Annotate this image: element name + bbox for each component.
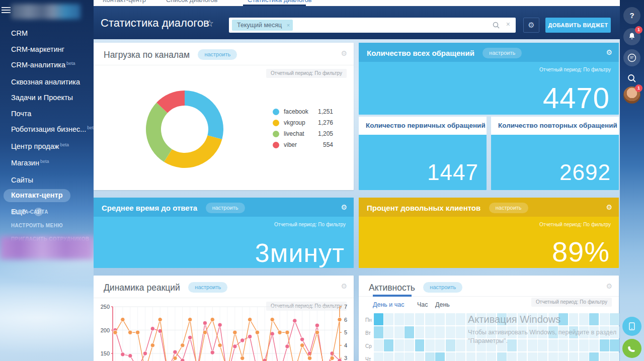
heatmap-cell[interactable] bbox=[487, 339, 496, 351]
tab-contact-center[interactable]: Контакт-центр bbox=[103, 0, 146, 4]
data-point[interactable] bbox=[248, 334, 252, 338]
heatmap-cell[interactable] bbox=[374, 313, 383, 325]
gear-icon[interactable]: ⚙ bbox=[341, 49, 347, 57]
data-point[interactable] bbox=[210, 350, 214, 354]
gear-icon[interactable]: ⚙ bbox=[341, 203, 347, 211]
heatmap-cell[interactable] bbox=[518, 313, 527, 325]
user-avatar[interactable]: 1 bbox=[623, 86, 640, 104]
heatmap-cell[interactable] bbox=[405, 313, 414, 325]
heatmap-cell[interactable] bbox=[548, 326, 558, 338]
heatmap-cell[interactable] bbox=[507, 339, 517, 351]
heatmap-cell[interactable] bbox=[394, 313, 404, 325]
heatmap-cell[interactable] bbox=[425, 352, 435, 361]
data-point[interactable] bbox=[285, 344, 289, 348]
sitemap-link[interactable]: КАРТА САЙТА bbox=[0, 205, 94, 219]
heatmap-cell[interactable] bbox=[415, 339, 425, 351]
heatmap-cell[interactable] bbox=[569, 313, 579, 325]
data-point[interactable] bbox=[128, 353, 132, 357]
heatmap-cell[interactable] bbox=[548, 352, 558, 361]
heatmap-cell[interactable] bbox=[425, 339, 435, 351]
hamburger-menu-icon[interactable] bbox=[2, 7, 11, 14]
donut-segment-vkgroup[interactable] bbox=[164, 135, 222, 168]
data-point[interactable] bbox=[210, 317, 214, 321]
data-point[interactable] bbox=[278, 330, 282, 334]
remove-filter-tag-icon[interactable]: × bbox=[287, 20, 290, 31]
heatmap-cell[interactable] bbox=[569, 339, 579, 351]
heatmap-cell[interactable] bbox=[600, 339, 609, 351]
heatmap-cell[interactable] bbox=[589, 326, 599, 338]
heatmap-cell[interactable] bbox=[456, 352, 465, 361]
data-point[interactable] bbox=[338, 358, 342, 361]
data-point[interactable] bbox=[143, 351, 147, 355]
data-point[interactable] bbox=[218, 343, 222, 347]
heatmap-cell[interactable] bbox=[466, 352, 476, 361]
gear-icon[interactable]: ⚙ bbox=[341, 282, 347, 290]
heatmap-cell[interactable] bbox=[518, 339, 527, 351]
heatmap-cell[interactable] bbox=[497, 326, 507, 338]
data-point[interactable] bbox=[173, 350, 177, 354]
heatmap-cell[interactable] bbox=[538, 326, 547, 338]
heatmap-cell[interactable] bbox=[456, 326, 465, 338]
heatmap-cell[interactable] bbox=[425, 313, 435, 325]
configure-button[interactable]: настроить bbox=[188, 282, 227, 293]
configure-menu-link[interactable]: НАСТРОИТЬ МЕНЮ bbox=[0, 219, 94, 232]
data-point[interactable] bbox=[188, 335, 192, 339]
tab-day[interactable]: День bbox=[435, 301, 450, 308]
phone-call-button[interactable] bbox=[622, 339, 641, 358]
tab-day-and-hour[interactable]: День и час bbox=[373, 301, 404, 308]
heatmap-cell[interactable] bbox=[476, 326, 486, 338]
sidebar-item-sales-center[interactable]: Центр продажbeta bbox=[0, 139, 94, 155]
dashboard-settings-button[interactable]: ⚙ bbox=[523, 18, 539, 33]
gear-icon[interactable]: ⚙ bbox=[606, 203, 612, 211]
heatmap-cell[interactable] bbox=[507, 352, 517, 361]
heatmap-cell[interactable] bbox=[384, 352, 393, 361]
sidebar-item-crm-marketing[interactable]: CRM-маркетинг bbox=[0, 42, 94, 57]
data-point[interactable] bbox=[285, 330, 289, 334]
data-point[interactable] bbox=[135, 330, 139, 334]
sidebar-item-tasks-projects[interactable]: Задачи и Проекты bbox=[0, 91, 94, 105]
heatmap-cell[interactable] bbox=[507, 313, 517, 325]
data-point[interactable] bbox=[248, 317, 252, 321]
data-point[interactable] bbox=[293, 319, 297, 323]
heatmap-cell[interactable] bbox=[558, 313, 568, 325]
favorite-star-icon[interactable]: ☆ bbox=[205, 18, 214, 29]
donut-segment-facebook[interactable] bbox=[185, 91, 223, 139]
heatmap-cell[interactable] bbox=[415, 352, 425, 361]
heatmap-cell[interactable] bbox=[600, 313, 609, 325]
heatmap-cell[interactable] bbox=[476, 352, 486, 361]
heatmap-cell[interactable] bbox=[374, 352, 383, 361]
messenger-button[interactable] bbox=[623, 49, 640, 66]
data-point[interactable] bbox=[315, 323, 319, 327]
sidebar-item-store[interactable]: Магазинbeta bbox=[0, 156, 94, 171]
data-point[interactable] bbox=[233, 344, 237, 348]
data-point[interactable] bbox=[255, 330, 259, 334]
heatmap-cell[interactable] bbox=[497, 313, 507, 325]
heatmap-cell[interactable] bbox=[579, 313, 589, 325]
heatmap-cell[interactable] bbox=[610, 339, 619, 351]
sidebar-item-crm[interactable]: CRM bbox=[0, 26, 94, 41]
configure-button[interactable]: настроить bbox=[198, 49, 237, 60]
heatmap-cell[interactable] bbox=[466, 326, 476, 338]
data-point[interactable] bbox=[270, 317, 274, 321]
sidebar-item-crm-analytics[interactable]: CRM-аналитикаbeta bbox=[0, 58, 94, 73]
heatmap-cell[interactable] bbox=[589, 313, 599, 325]
heatmap-cell[interactable] bbox=[558, 339, 568, 351]
heatmap-cell[interactable] bbox=[528, 326, 537, 338]
heatmap-cell[interactable] bbox=[476, 313, 486, 325]
data-point[interactable] bbox=[181, 358, 185, 361]
heatmap-cell[interactable] bbox=[558, 352, 568, 361]
data-point[interactable] bbox=[203, 330, 207, 334]
heatmap-cell[interactable] bbox=[405, 339, 414, 351]
heatmap-cell[interactable] bbox=[384, 313, 393, 325]
data-point[interactable] bbox=[300, 343, 304, 347]
configure-button[interactable]: настроить bbox=[482, 48, 522, 58]
heatmap-cell[interactable] bbox=[538, 339, 547, 351]
heatmap-cell[interactable] bbox=[610, 352, 619, 361]
heatmap-cell[interactable] bbox=[374, 339, 383, 351]
data-point[interactable] bbox=[270, 332, 274, 336]
heatmap-cell[interactable] bbox=[538, 352, 547, 361]
heatmap-cell[interactable] bbox=[528, 339, 537, 351]
heatmap-cell[interactable] bbox=[405, 352, 414, 361]
data-point[interactable] bbox=[338, 317, 342, 321]
heatmap-cell[interactable] bbox=[394, 352, 404, 361]
